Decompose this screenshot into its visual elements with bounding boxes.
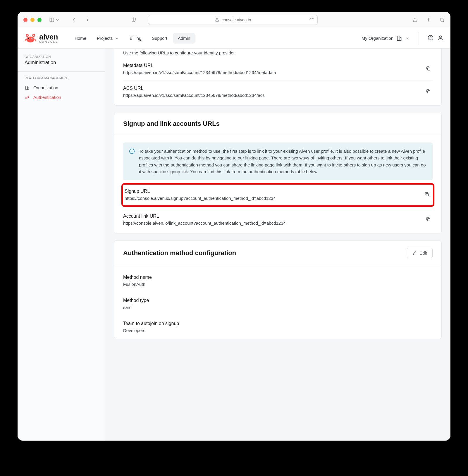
svg-rect-33: [426, 193, 429, 196]
sidebar-org-name: Administration: [18, 59, 105, 71]
copy-icon: [426, 66, 431, 71]
chevron-down-icon: [405, 36, 410, 41]
method-name-label: Method name: [123, 275, 433, 280]
idp-intro: Use the following URLs to configure your…: [114, 49, 441, 62]
method-type-value: saml: [123, 305, 433, 310]
link-url-row: Account link URL https://console.aiven.i…: [123, 208, 433, 233]
svg-rect-3: [216, 20, 218, 22]
chevron-down-icon: [114, 36, 119, 41]
sidebar-item-label: Organization: [33, 85, 58, 90]
nav-home[interactable]: Home: [70, 33, 91, 44]
privacy-shield-icon[interactable]: [131, 17, 136, 23]
edit-button[interactable]: Edit: [407, 248, 433, 258]
svg-rect-0: [50, 18, 54, 22]
divider: [419, 32, 419, 45]
lock-icon: [215, 18, 219, 22]
svg-rect-28: [428, 68, 430, 70]
team-autojoin-row: Team to autojoin on signup Developers: [123, 316, 433, 339]
svg-point-16: [33, 35, 34, 36]
svg-point-32: [132, 150, 132, 150]
link-url-label: Account link URL: [123, 214, 424, 219]
method-type-label: Method type: [123, 298, 433, 303]
signup-url-label: Signup URL: [125, 189, 422, 194]
crab-logo-icon: [25, 33, 36, 44]
org-switcher-label: My Organization: [362, 36, 393, 41]
building-icon: [396, 35, 402, 41]
user-menu-button[interactable]: [438, 35, 443, 42]
copy-acs-button[interactable]: [424, 87, 433, 97]
team-autojoin-label: Team to autojoin on signup: [123, 321, 433, 326]
metadata-url-value: https://api.aiven.io/v1/sso/saml/account…: [123, 70, 424, 75]
acs-url-row: ACS URL https://api.aiven.io/v1/sso/saml…: [123, 80, 433, 105]
sidebar-toggle-icon[interactable]: [49, 17, 60, 23]
svg-rect-18: [400, 37, 401, 40]
nav-projects-label: Projects: [97, 36, 113, 41]
svg-rect-7: [441, 19, 444, 22]
browser-window: console.aiven.io aiven CONSOLE: [18, 12, 450, 441]
minimize-window-button[interactable]: [30, 18, 35, 22]
key-icon: [25, 95, 30, 100]
main-nav: Home Projects Billing Support Admin: [70, 33, 195, 44]
link-url-value: https://console.aiven.io/link_account?ac…: [123, 221, 424, 226]
forward-button[interactable]: [85, 17, 90, 23]
refresh-icon[interactable]: [309, 18, 314, 22]
share-icon[interactable]: [412, 17, 418, 23]
sidebar-item-label: Authentication: [33, 95, 61, 100]
nav-admin[interactable]: Admin: [173, 33, 195, 44]
user-icon: [438, 35, 443, 41]
idp-config-card: Use the following URLs to configure your…: [114, 49, 442, 106]
divider: [18, 71, 105, 72]
svg-rect-25: [26, 86, 28, 90]
svg-rect-26: [27, 87, 29, 90]
svg-point-14: [27, 35, 28, 36]
method-name-value: FusionAuth: [123, 282, 433, 287]
copy-icon: [426, 89, 431, 94]
info-icon: [129, 148, 135, 175]
team-autojoin-value: Developers: [123, 328, 433, 333]
svg-point-27: [26, 97, 27, 99]
svg-point-8: [26, 37, 35, 42]
maximize-window-button[interactable]: [37, 18, 42, 22]
help-button[interactable]: [428, 35, 433, 42]
copy-icon: [424, 192, 429, 197]
copy-signup-button[interactable]: [422, 190, 431, 200]
app-header: aiven CONSOLE Home Projects Billing Supp…: [18, 28, 450, 49]
brand-name: aiven: [39, 33, 58, 41]
logo[interactable]: aiven CONSOLE: [25, 33, 58, 44]
nav-projects[interactable]: Projects: [92, 33, 124, 44]
svg-rect-29: [428, 90, 430, 93]
svg-point-12: [32, 38, 32, 39]
svg-point-23: [430, 39, 431, 39]
sidebar-item-organization[interactable]: Organization: [18, 83, 105, 92]
help-icon: [428, 35, 433, 41]
method-name-row: Method name FusionAuth: [123, 269, 433, 293]
org-switcher[interactable]: My Organization: [362, 35, 410, 41]
signup-info-text: To take your authentication method to us…: [139, 148, 427, 175]
signup-url-value: https://console.aiven.io/signup?account_…: [125, 196, 422, 201]
edit-button-label: Edit: [419, 250, 427, 255]
app-body: ORGANIZATION Administration PLATFORM MAN…: [18, 49, 450, 441]
sidebar-item-authentication[interactable]: Authentication: [18, 92, 105, 102]
copy-link-button[interactable]: [424, 215, 433, 225]
address-bar[interactable]: console.aiven.io: [148, 15, 318, 25]
signup-heading: Signup and link accounts URLs: [123, 120, 433, 128]
url-text: console.aiven.io: [222, 18, 251, 22]
auth-config-header: Authentication method configuration Edit: [114, 241, 441, 265]
signup-url-highlight: Signup URL https://console.aiven.io/sign…: [121, 183, 434, 207]
tabs-icon[interactable]: [439, 17, 445, 23]
copy-icon: [426, 216, 431, 222]
main-content: Use the following URLs to configure your…: [105, 49, 450, 441]
signup-card-header: Signup and link accounts URLs: [114, 113, 441, 135]
sidebar-org-label: ORGANIZATION: [18, 55, 105, 59]
back-button[interactable]: [71, 17, 77, 23]
nav-billing[interactable]: Billing: [125, 33, 146, 44]
nav-support[interactable]: Support: [147, 33, 172, 44]
titlebar: console.aiven.io: [18, 12, 450, 28]
close-window-button[interactable]: [23, 18, 27, 22]
pencil-icon: [412, 251, 417, 255]
copy-metadata-button[interactable]: [424, 64, 433, 74]
building-icon: [25, 85, 30, 90]
svg-rect-34: [428, 218, 430, 221]
new-tab-icon[interactable]: [426, 17, 431, 23]
acs-url-value: https://api.aiven.io/v1/sso/saml/account…: [123, 93, 424, 98]
